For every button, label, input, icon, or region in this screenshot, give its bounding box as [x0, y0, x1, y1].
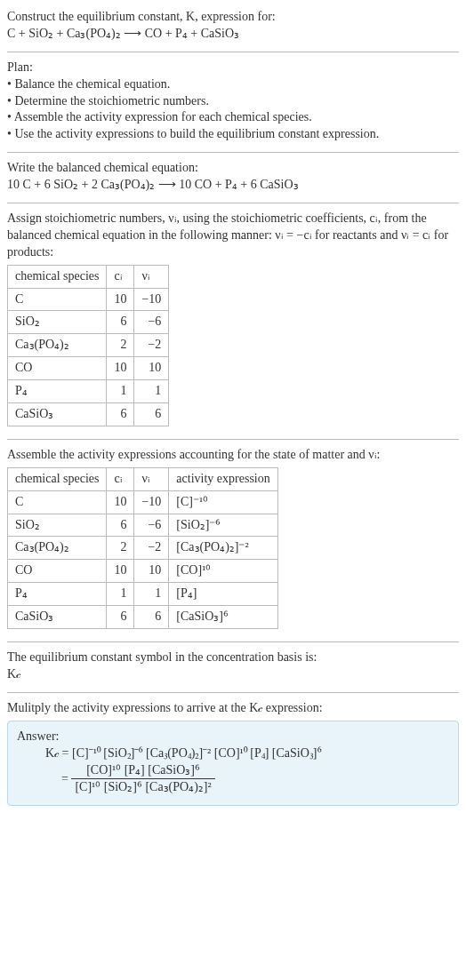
balanced-equation: 10 C + 6 SiO₂ + 2 Ca₃(PO₄)₂ ⟶ 10 CO + P₄…	[7, 177, 459, 194]
activity-table: chemical species cᵢ νᵢ activity expressi…	[7, 467, 278, 629]
table-row: P₄ 1 1	[8, 380, 169, 403]
cell-ci: 6	[107, 606, 134, 629]
col-species: chemical species	[8, 467, 107, 490]
col-expr: activity expression	[169, 467, 277, 490]
cell-species: P₄	[8, 380, 107, 403]
table-row: CO 10 10 [CO]¹⁰	[8, 560, 278, 583]
cell-species: Ca₃(PO₄)₂	[8, 334, 107, 357]
answer-expression: K𝒸 = [C]⁻¹⁰ [SiO₂]⁻⁶ [Ca₃(PO₄)₂]⁻² [CO]¹…	[17, 745, 449, 797]
col-ci: cᵢ	[107, 467, 134, 490]
fraction-denominator: [C]¹⁰ [SiO₂]⁶ [Ca₃(PO₄)₂]²	[71, 779, 214, 796]
cell-expr: [Ca₃(PO₄)₂]⁻²	[169, 537, 277, 560]
stoich-table: chemical species cᵢ νᵢ C 10 −10 SiO₂ 6 −…	[7, 265, 169, 426]
multiply-section: Mulitply the activity expressions to arr…	[7, 697, 459, 811]
cell-species: CaSiO₃	[8, 606, 107, 629]
balanced-heading: Write the balanced chemical equation:	[7, 160, 459, 177]
activity-intro: Assemble the activity expressions accoun…	[7, 447, 459, 464]
multiply-heading: Mulitply the activity expressions to arr…	[7, 700, 459, 717]
cell-expr: [P₄]	[169, 583, 277, 606]
cell-species: Ca₃(PO₄)₂	[8, 537, 107, 560]
col-vi: νᵢ	[134, 265, 169, 288]
cell-ci: 10	[107, 357, 134, 380]
cell-vi: 1	[134, 583, 169, 606]
answer-box: Answer: K𝒸 = [C]⁻¹⁰ [SiO₂]⁻⁶ [Ca₃(PO₄)₂]…	[7, 721, 459, 807]
divider	[7, 152, 459, 153]
divider	[7, 203, 459, 203]
cell-vi: 10	[134, 560, 169, 583]
col-ci: cᵢ	[107, 265, 134, 288]
table-row: SiO₂ 6 −6 [SiO₂]⁻⁶	[8, 514, 278, 537]
plan-section: Plan: • Balance the chemical equation. •…	[7, 56, 459, 148]
answer-line2: = [CO]¹⁰ [P₄] [CaSiO₃]⁶ [C]¹⁰ [SiO₂]⁶ [C…	[61, 762, 449, 797]
cell-ci: 1	[107, 583, 134, 606]
cell-ci: 6	[107, 403, 134, 426]
problem-title: Construct the equilibrium constant, K, e…	[7, 9, 459, 26]
cell-species: CO	[8, 357, 107, 380]
stoich-intro: Assign stoichiometric numbers, νᵢ, using…	[7, 211, 459, 261]
symbol-line2: K𝒸	[7, 666, 459, 683]
balanced-section: Write the balanced chemical equation: 10…	[7, 156, 459, 199]
divider	[7, 641, 459, 642]
cell-vi: −10	[134, 288, 169, 311]
cell-species: CO	[8, 560, 107, 583]
cell-species: C	[8, 490, 107, 514]
cell-vi: −2	[134, 334, 169, 357]
cell-vi: −6	[134, 311, 169, 334]
divider	[7, 52, 459, 52]
fraction-numerator: [CO]¹⁰ [P₄] [CaSiO₃]⁶	[71, 762, 214, 780]
cell-expr: [CaSiO₃]⁶	[169, 606, 277, 629]
cell-ci: 10	[107, 560, 134, 583]
table-row: C 10 −10	[8, 288, 169, 311]
symbol-line1: The equilibrium constant symbol in the c…	[7, 649, 459, 666]
plan-heading: Plan:	[7, 60, 459, 76]
table-header-row: chemical species cᵢ νᵢ	[8, 265, 169, 288]
cell-vi: −6	[134, 514, 169, 537]
cell-expr: [CO]¹⁰	[169, 560, 277, 583]
col-vi: νᵢ	[134, 467, 169, 490]
table-header-row: chemical species cᵢ νᵢ activity expressi…	[8, 467, 278, 490]
cell-vi: 6	[134, 403, 169, 426]
cell-ci: 10	[107, 288, 134, 311]
table-row: Ca₃(PO₄)₂ 2 −2	[8, 334, 169, 357]
divider	[7, 692, 459, 693]
problem-statement: Construct the equilibrium constant, K, e…	[7, 5, 459, 48]
table-row: CaSiO₃ 6 6 [CaSiO₃]⁶	[8, 606, 278, 629]
table-row: SiO₂ 6 −6	[8, 311, 169, 334]
cell-vi: −10	[134, 490, 169, 514]
plan-item: • Use the activity expressions to build …	[7, 126, 459, 143]
plan-item: • Assemble the activity expression for e…	[7, 109, 459, 126]
plan-item: • Determine the stoichiometric numbers.	[7, 93, 459, 110]
cell-species: SiO₂	[8, 311, 107, 334]
cell-ci: 6	[107, 514, 134, 537]
plan-item: • Balance the chemical equation.	[7, 76, 459, 93]
table-row: CaSiO₃ 6 6	[8, 403, 169, 426]
cell-ci: 1	[107, 380, 134, 403]
cell-vi: 10	[134, 357, 169, 380]
equals-sign: =	[61, 771, 68, 785]
problem-equation: C + SiO₂ + Ca₃(PO₄)₂ ⟶ CO + P₄ + CaSiO₃	[7, 26, 459, 43]
cell-ci: 10	[107, 490, 134, 514]
divider	[7, 439, 459, 440]
table-row: P₄ 1 1 [P₄]	[8, 583, 278, 606]
cell-species: C	[8, 288, 107, 311]
cell-species: P₄	[8, 583, 107, 606]
cell-expr: [SiO₂]⁻⁶	[169, 514, 277, 537]
cell-ci: 6	[107, 311, 134, 334]
stoich-section: Assign stoichiometric numbers, νᵢ, using…	[7, 207, 459, 435]
cell-vi: 1	[134, 380, 169, 403]
activity-section: Assemble the activity expressions accoun…	[7, 443, 459, 638]
cell-species: CaSiO₃	[8, 403, 107, 426]
table-row: C 10 −10 [C]⁻¹⁰	[8, 490, 278, 514]
col-species: chemical species	[8, 265, 107, 288]
cell-expr: [C]⁻¹⁰	[169, 490, 277, 514]
answer-fraction: [CO]¹⁰ [P₄] [CaSiO₃]⁶ [C]¹⁰ [SiO₂]⁶ [Ca₃…	[71, 762, 214, 797]
cell-vi: 6	[134, 606, 169, 629]
answer-label: Answer:	[17, 729, 449, 745]
cell-ci: 2	[107, 537, 134, 560]
table-row: Ca₃(PO₄)₂ 2 −2 [Ca₃(PO₄)₂]⁻²	[8, 537, 278, 560]
answer-line1: K𝒸 = [C]⁻¹⁰ [SiO₂]⁻⁶ [Ca₃(PO₄)₂]⁻² [CO]¹…	[45, 745, 449, 762]
cell-species: SiO₂	[8, 514, 107, 537]
cell-ci: 2	[107, 334, 134, 357]
document-root: Construct the equilibrium constant, K, e…	[0, 0, 466, 822]
table-row: CO 10 10	[8, 357, 169, 380]
